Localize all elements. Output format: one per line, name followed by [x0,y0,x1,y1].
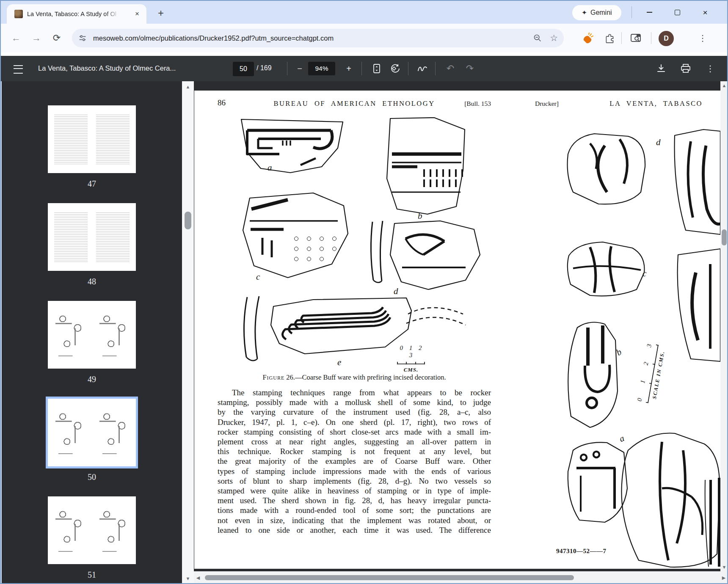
pdf-more-icon[interactable]: ⋮ [704,63,716,74]
maximize-button[interactable] [668,5,687,19]
url-text[interactable]: mesoweb.com/olmec/publications/Drucker19… [93,34,334,42]
scale-unit: CMS. [396,366,426,373]
thumbnail-page-number: 49 [88,375,96,384]
rotate-button[interactable] [389,63,401,74]
pdf-toolbar: La Venta, Tabasco: A Study of Olmec Cera… [1,56,727,81]
thumbnail-page-number: 47 [88,179,96,189]
thumbnail-page-number: 51 [88,570,96,580]
sidebar-thumbnail[interactable]: 49 [2,301,182,399]
browser-menu-icon[interactable]: ⋮ [695,30,710,46]
figure-26-drawing [236,114,490,368]
undo-button[interactable]: ↶ [444,63,456,74]
thumbnail-preview[interactable] [48,203,136,271]
gemini-label: Gemini [590,9,612,17]
body-text-line: ment used. The sherd shown in fig. 28, d… [218,496,491,505]
redo-button[interactable]: ↷ [464,63,476,74]
body-text-line: types of stamping include impressions ma… [218,466,491,476]
zoom-in-button[interactable]: + [342,62,356,75]
figure-label-b: b [418,211,422,221]
zoom-level[interactable]: 94% [308,62,335,75]
gemini-spark-icon: ✦ [582,9,587,17]
extension-orange-icon[interactable] [582,32,594,45]
zoom-out-icon[interactable] [533,33,542,43]
minimize-button[interactable] [640,5,659,19]
horizontal-scrollbar[interactable]: ◀ ▶ [194,571,728,584]
back-button[interactable]: ← [8,30,25,47]
bookmark-star-icon[interactable]: ☆ [550,33,558,43]
minimize-icon [647,12,652,13]
zoom-out-button[interactable]: − [293,62,306,75]
right-page-drawing [564,128,720,568]
sidebar-thumbnail[interactable]: 48 [2,203,182,301]
scale-numbers: 0 1 2 3 [396,344,426,359]
tab-favicon [14,10,23,18]
tab-title: La Venta, Tabasco: A Study of Ol [27,11,119,17]
figure-label-e: e [337,357,341,368]
horizontal-scroll-thumb[interactable] [205,575,574,580]
browser-window: La Venta, Tabasco: A Study of Ol × + ✦ G… [0,0,728,584]
site-settings-icon[interactable] [78,33,87,43]
thumbnail-page-number: 48 [88,277,96,286]
sidebar-scrollbar[interactable]: ▲ ▼ [182,81,194,584]
body-text-line: sorts of blunt to sharp implements (fig.… [218,476,491,486]
scroll-right-icon[interactable]: ▶ [720,571,727,584]
gemini-button[interactable]: ✦ Gemini [572,5,621,20]
scroll-up-icon[interactable]: ▲ [182,83,194,91]
body-text-line: tions made with a round-ended tool of so… [218,505,491,515]
profile-avatar[interactable]: D [659,31,674,46]
url-bar[interactable]: mesoweb.com/olmec/publications/Drucker19… [72,29,564,47]
browser-tab[interactable]: La Venta, Tabasco: A Study of Ol × [7,4,146,24]
thumbnail-preview[interactable] [48,496,136,564]
scroll-left-icon[interactable]: ◀ [195,571,201,584]
body-text-line: stamped were quite alike in heaviness of… [218,486,491,496]
extensions-puzzle-icon[interactable] [604,32,615,44]
thumbnail-sidebar: 47 48 49 50 51 [2,81,182,584]
scroll-up-icon[interactable]: ▲ [720,82,728,89]
scroll-down-icon[interactable]: ▼ [182,575,194,582]
reload-button[interactable]: ⟳ [48,30,65,47]
page-number-input[interactable] [233,62,254,76]
scroll-down-icon[interactable]: ▼ [720,564,728,570]
pdf-top-strip [1,52,727,56]
download-button[interactable] [655,63,667,74]
forward-button[interactable]: → [28,30,45,47]
sidebar-scroll-thumb[interactable] [185,212,191,229]
main-vertical-scroll-thumb[interactable] [722,229,727,245]
sidebar-thumbnail[interactable]: 51 [2,496,182,584]
new-tab-button[interactable]: + [154,7,168,20]
sidebar-thumbnail[interactable]: 50 [2,399,182,496]
sidebar-thumbnail[interactable]: 47 [2,105,182,203]
thumbnail-preview[interactable] [48,301,136,369]
thumbnail-page-number: 50 [88,472,96,482]
pdf-toolbar-divider [435,62,436,75]
fit-page-button[interactable] [371,63,383,74]
print-button[interactable] [680,63,692,74]
figure-label-a: a [267,163,272,173]
right-running-head: LA VENTA, TABASCO [535,99,703,108]
close-icon: × [703,8,707,17]
figure-scale-vertical: 0 1 2 3 SCALE IN CMS. [620,363,683,388]
right-figure-label-d: d [656,137,661,148]
thumbnail-list: 47 48 49 50 51 [2,105,182,584]
toolbar-divider [621,32,622,44]
right-figure-label-c: c [643,268,646,279]
figure-label-c: c [256,272,260,282]
close-button[interactable]: × [696,5,714,19]
pdf-toolbar-divider [287,62,287,75]
main-vertical-scrollbar[interactable]: ▲ ▼ [720,81,728,571]
body-text: The stamping techniques range from what … [218,388,491,535]
body-text-line: this technique. Rocker stamping is not f… [218,446,491,456]
window-search-icon[interactable] [630,32,643,44]
body-text-line: plement cross at near right angles, sugg… [218,437,491,446]
annotate-pen-icon[interactable] [416,63,428,74]
tab-close-icon[interactable]: × [132,9,142,19]
title-bar: La Venta, Tabasco: A Study of Ol × + ✦ G… [1,1,727,24]
thumbnail-preview[interactable] [48,105,136,173]
thumbnail-preview[interactable] [48,399,136,466]
titlebar-divider [631,6,632,18]
pdf-menu-icon[interactable] [14,65,23,74]
document-page: 86 BUREAU OF AMERICAN ETHNOLOGY [Bull. 1… [194,91,720,569]
maximize-icon [675,10,680,15]
scale-ruler [397,361,425,365]
pdf-viewer: 47 48 49 50 51 ▲ ▼ 86 BUREAU OF AMERICAN… [2,81,728,584]
